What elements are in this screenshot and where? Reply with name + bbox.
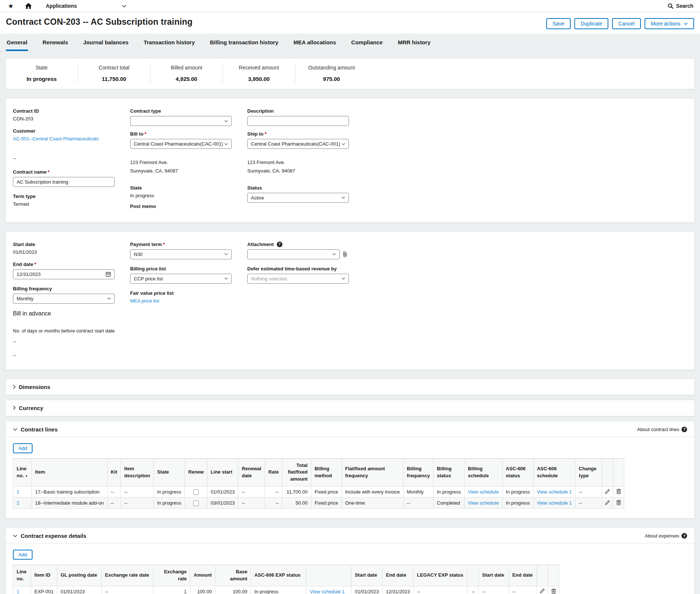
col-start-date[interactable]: Start date: [351, 565, 383, 586]
ship-to-select[interactable]: Central Coast Pharmaceuticals(CAC-001): [247, 139, 349, 149]
col-exchange-rate[interactable]: Exchange rate: [153, 565, 190, 586]
terms-col-2: Payment term* N30 Billing price list CCP…: [130, 242, 233, 359]
terms-col-3: Attachment ? Defer estimated time-based …: [247, 242, 350, 359]
delete-row-icon[interactable]: [548, 588, 559, 594]
billing-price-list-select[interactable]: CCP price list: [130, 274, 232, 284]
calendar-icon[interactable]: [106, 272, 111, 277]
chevron-right-icon: [13, 406, 16, 410]
col-renewal-date[interactable]: Renewal date: [238, 458, 265, 487]
tab-compliance[interactable]: Compliance: [350, 34, 383, 51]
line-no-link[interactable]: 2: [17, 500, 19, 506]
chevron-down-icon[interactable]: [13, 535, 17, 537]
home-icon[interactable]: [24, 3, 33, 9]
edit-row-icon[interactable]: [602, 500, 613, 505]
bill-to-address: 123 Fremont Ave. Sunnyvale, CA, 94087: [130, 158, 233, 175]
col-line-start[interactable]: Line start: [207, 458, 238, 487]
col-exp-schedule[interactable]: [306, 565, 351, 586]
col-asc606-exp-status[interactable]: ASC-606 EXP status: [251, 565, 306, 586]
contract-expenses-title: Contract expense details: [21, 533, 86, 539]
about-expenses[interactable]: About expenses ?: [645, 533, 687, 539]
global-search[interactable]: Search: [668, 3, 693, 9]
contract-name-input[interactable]: [13, 177, 115, 187]
col-item[interactable]: Item: [32, 458, 108, 487]
line-no-link[interactable]: 1: [17, 589, 19, 594]
renew-checkbox[interactable]: [193, 501, 199, 506]
col-end-date[interactable]: End date: [383, 565, 414, 586]
col-flat-fixed-frequency[interactable]: Flat/fixed amount frequency: [341, 458, 403, 487]
add-expense-button[interactable]: Add: [13, 550, 33, 560]
tab-mea-allocations[interactable]: MEA allocations: [293, 34, 337, 51]
col-exchange-rate-date[interactable]: Exchange rate date: [102, 565, 153, 586]
tab-mrr-history[interactable]: MRR history: [397, 34, 431, 51]
add-contract-line-button[interactable]: Add: [13, 443, 33, 453]
col-amount[interactable]: Amount: [190, 565, 215, 586]
billing-schedule-link[interactable]: View schedule: [468, 489, 499, 495]
col-item-description[interactable]: Item description: [121, 458, 154, 487]
bill-to-select[interactable]: Central Coast Pharmaceuticals(CAC-001): [130, 139, 232, 149]
expenses-help-icon[interactable]: ?: [682, 533, 687, 539]
col-legacy-exp-status[interactable]: LEGACY EXP status: [414, 565, 468, 586]
attachment-help-icon[interactable]: ?: [277, 242, 282, 247]
description-input[interactable]: [247, 116, 349, 126]
col-gl-posting-date[interactable]: GL posting date: [57, 565, 102, 586]
billing-schedule-link[interactable]: View schedule: [468, 500, 499, 506]
tab-billing-transaction-history[interactable]: Billing transaction history: [209, 34, 279, 51]
col-change-type[interactable]: Change type: [575, 458, 602, 487]
tab-transaction-history[interactable]: Transaction history: [143, 34, 196, 51]
col-billing-status[interactable]: Billing status: [433, 458, 464, 487]
exp-schedule-link[interactable]: View schedule 1: [310, 589, 344, 594]
edit-row-icon[interactable]: [537, 588, 548, 594]
save-button[interactable]: Save: [546, 18, 571, 29]
col-renew[interactable]: Renew: [185, 458, 207, 487]
asc606-schedule-link[interactable]: View schedule 1: [537, 489, 572, 495]
search-icon: [668, 3, 673, 9]
cancel-button[interactable]: Cancel: [612, 18, 641, 29]
mea-price-list-link[interactable]: MEA price list: [130, 298, 159, 304]
applications-menu[interactable]: Applications: [46, 3, 126, 9]
tab-general[interactable]: General: [6, 34, 28, 51]
col-line-no[interactable]: Line no.: [13, 565, 31, 586]
contract-lines-help-icon[interactable]: ?: [682, 427, 687, 432]
col-base-amount[interactable]: Base amount: [215, 565, 251, 586]
more-actions-button[interactable]: More actions: [645, 18, 694, 29]
attachment-select[interactable]: [247, 249, 340, 259]
renew-checkbox[interactable]: [193, 489, 199, 495]
favorites-star-icon[interactable]: ★: [7, 3, 15, 9]
col-end-date-2[interactable]: End date: [509, 565, 537, 586]
col-billing-method[interactable]: Billing method: [311, 458, 342, 487]
contract-type-select[interactable]: [130, 116, 232, 126]
customer-link[interactable]: AC-001--Central Coast Pharmaceuticals: [13, 136, 99, 141]
line-no-link[interactable]: 1: [17, 489, 19, 495]
dimensions-section-toggle[interactable]: Dimensions: [5, 379, 695, 395]
col-kit[interactable]: Kit: [107, 458, 120, 487]
chevron-right-icon: [13, 385, 16, 389]
col-billing-frequency[interactable]: Billing frequency: [403, 458, 433, 487]
col-line-no[interactable]: Line no.▲: [13, 458, 32, 487]
tab-renewals[interactable]: Renewals: [42, 34, 69, 51]
currency-section-toggle[interactable]: Currency: [5, 400, 695, 416]
tab-journal-balances[interactable]: Journal balances: [82, 34, 129, 51]
defer-revenue-select[interactable]: Nothing selected: [247, 274, 349, 284]
duplicate-button[interactable]: Duplicate: [574, 18, 608, 29]
col-start-date-2[interactable]: Start date: [479, 565, 509, 586]
paperclip-icon[interactable]: [342, 251, 348, 257]
col-item-id[interactable]: Item ID: [31, 565, 57, 586]
about-contract-lines[interactable]: About contract lines ?: [637, 427, 687, 432]
col-state[interactable]: State: [154, 458, 185, 487]
col-asc606-schedule[interactable]: ASC-606 schedule: [533, 458, 575, 487]
col-rate[interactable]: Rate: [265, 458, 282, 487]
billing-price-list-label: Billing price list: [130, 266, 233, 272]
delete-row-icon[interactable]: [613, 499, 624, 505]
status-select[interactable]: Active: [247, 193, 349, 203]
end-date-input[interactable]: 12/31/2023: [13, 269, 115, 279]
delete-row-icon[interactable]: [613, 488, 624, 494]
col-total-flat-fixed[interactable]: Total flat/fixed amount: [282, 458, 311, 487]
edit-row-icon[interactable]: [602, 489, 613, 494]
col-asc606-status[interactable]: ASC-606 status: [502, 458, 533, 487]
tab-bar: General Renewals Journal balances Transa…: [0, 34, 700, 51]
billing-frequency-select[interactable]: Monthly: [13, 294, 115, 304]
asc606-schedule-link[interactable]: View schedule 1: [537, 500, 572, 506]
payment-term-select[interactable]: N30: [130, 249, 232, 259]
col-billing-schedule[interactable]: Billing schedule: [465, 458, 503, 487]
chevron-down-icon[interactable]: [13, 428, 17, 431]
